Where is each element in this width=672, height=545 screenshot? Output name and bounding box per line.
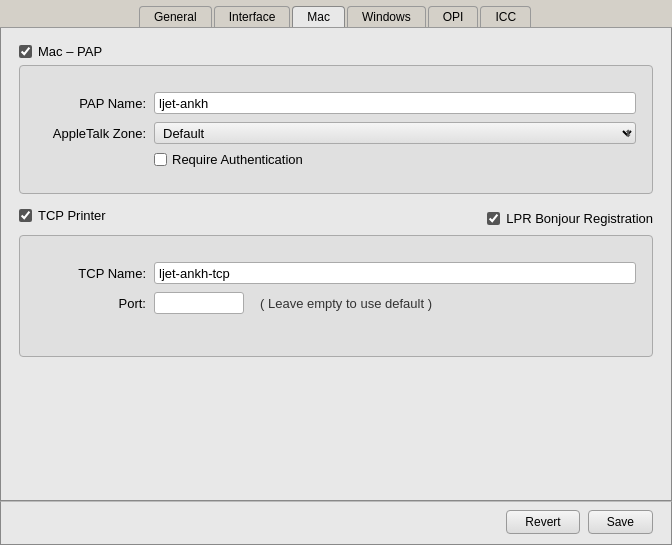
require-auth-label: Require Authentication (172, 152, 303, 167)
pap-name-row: PAP Name: (36, 92, 636, 114)
require-auth-checkbox[interactable] (154, 153, 167, 166)
tcp-checkbox[interactable] (19, 209, 32, 222)
pap-name-label: PAP Name: (36, 96, 146, 111)
port-row: Port: ( Leave empty to use default ) (36, 292, 636, 314)
tab-windows[interactable]: Windows (347, 6, 426, 27)
tab-general[interactable]: General (139, 6, 212, 27)
mac-pap-header: Mac – PAP (19, 44, 653, 59)
tab-icc[interactable]: ICC (480, 6, 531, 27)
mac-pap-label: Mac – PAP (38, 44, 102, 59)
tab-mac[interactable]: Mac (292, 6, 345, 27)
lpr-checkbox[interactable] (487, 212, 500, 225)
port-hint: ( Leave empty to use default ) (260, 296, 432, 311)
tab-bar: General Interface Mac Windows OPI ICC (0, 0, 672, 28)
save-button[interactable]: Save (588, 510, 653, 534)
tcp-name-input[interactable] (154, 262, 636, 284)
require-auth-row: Require Authentication (154, 152, 636, 167)
port-label: Port: (36, 296, 146, 311)
tab-interface[interactable]: Interface (214, 6, 291, 27)
pap-name-input[interactable] (154, 92, 636, 114)
tcp-box: TCP Name: Port: ( Leave empty to use def… (19, 235, 653, 357)
appletalk-zone-select[interactable]: Default (154, 122, 636, 144)
appletalk-zone-row: AppleTalk Zone: Default ⬍ (36, 122, 636, 144)
mac-pap-box: PAP Name: AppleTalk Zone: Default ⬍ Requ… (19, 65, 653, 194)
lpr-header: LPR Bonjour Registration (487, 211, 653, 226)
appletalk-zone-label: AppleTalk Zone: (36, 126, 146, 141)
revert-button[interactable]: Revert (506, 510, 579, 534)
tcp-section: TCP Printer LPR Bonjour Registration TCP… (19, 208, 653, 357)
tab-opi[interactable]: OPI (428, 6, 479, 27)
tcp-name-label: TCP Name: (36, 266, 146, 281)
appletalk-zone-select-wrapper: Default ⬍ (154, 122, 636, 144)
main-content: Mac – PAP PAP Name: AppleTalk Zone: Defa… (0, 28, 672, 501)
bottom-bar: Revert Save (0, 501, 672, 545)
tcp-header-row: TCP Printer LPR Bonjour Registration (19, 208, 653, 229)
port-input[interactable] (154, 292, 244, 314)
tcp-name-row: TCP Name: (36, 262, 636, 284)
tcp-header-left: TCP Printer (19, 208, 106, 223)
mac-pap-checkbox[interactable] (19, 45, 32, 58)
lpr-label: LPR Bonjour Registration (506, 211, 653, 226)
tcp-label: TCP Printer (38, 208, 106, 223)
mac-pap-section: Mac – PAP PAP Name: AppleTalk Zone: Defa… (19, 44, 653, 194)
